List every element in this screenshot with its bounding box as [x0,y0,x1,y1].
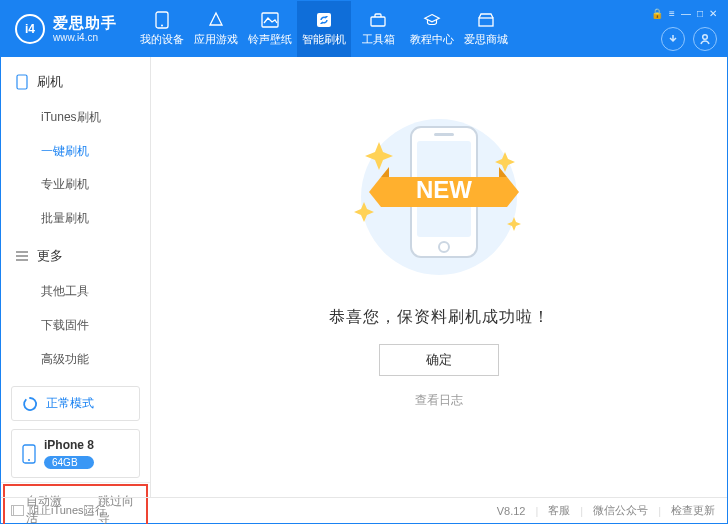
spinner-icon [22,396,38,412]
close-button[interactable]: ✕ [709,8,717,19]
checkbox-label: 阻止iTunes运行 [29,503,106,518]
apps-icon [207,11,225,29]
svg-rect-3 [317,13,331,27]
phone-icon [15,74,29,90]
wallpaper-icon [261,11,279,29]
statusbar: 阻止iTunes运行 V8.12 | 客服 | 微信公众号 | 检查更新 [1,497,727,523]
svg-rect-7 [17,75,27,89]
more-icon [15,251,29,261]
brand-text: 爱思助手 www.i4.cn [53,15,117,43]
nav-label: 铃声壁纸 [248,32,292,47]
main-panel: NEW 恭喜您，保资料刷机成功啦！ 确定 查看日志 [151,57,727,497]
brand-logo: i4 [15,14,45,44]
device-mode-label: 正常模式 [46,395,94,412]
version-label: V8.12 [497,505,526,517]
nav-my-device[interactable]: 我的设备 [135,1,189,57]
status-link-update[interactable]: 检查更新 [671,503,715,518]
svg-point-6 [703,34,708,39]
nav-flash[interactable]: 智能刷机 [297,1,351,57]
sidebar-item-oneclick-flash[interactable]: 一键刷机 [1,135,150,169]
sidebar-item-batch-flash[interactable]: 批量刷机 [1,202,150,236]
checkbox-box [13,505,24,516]
store-icon [477,11,495,29]
lock-icon[interactable]: 🔒 [651,8,663,19]
sidebar-items-flash: iTunes刷机 一键刷机 专业刷机 批量刷机 [1,97,150,241]
svg-rect-5 [479,18,493,26]
view-log-link[interactable]: 查看日志 [415,392,463,409]
success-message: 恭喜您，保资料刷机成功啦！ [329,307,550,328]
nav-label: 我的设备 [140,32,184,47]
nav-toolbox[interactable]: 工具箱 [351,1,405,57]
checkbox-block-itunes[interactable]: 阻止iTunes运行 [13,503,106,518]
nav-label: 爱思商城 [464,32,508,47]
separator: | [658,505,661,517]
svg-rect-4 [371,17,385,26]
brand: i4 爱思助手 www.i4.cn [15,14,117,44]
svg-point-9 [28,459,30,461]
refresh-icon [315,11,333,29]
window-controls: 🔒 ≡ — □ ✕ [651,8,717,19]
sidebar-items-more: 其他工具 下载固件 高级功能 [1,271,150,382]
title-right: 🔒 ≡ — □ ✕ [651,8,717,51]
download-button[interactable] [661,27,685,51]
phone-icon [22,444,36,464]
svg-point-1 [161,25,163,27]
nav-store[interactable]: 爱思商城 [459,1,513,57]
body: 刷机 iTunes刷机 一键刷机 专业刷机 批量刷机 更多 其他工具 下载固件 … [1,57,727,497]
sidebar-item-download-firmware[interactable]: 下载固件 [1,309,150,343]
user-button[interactable] [693,27,717,51]
toolbox-icon [369,11,387,29]
nav-label: 智能刷机 [302,32,346,47]
device-name: iPhone 8 [44,438,94,452]
brand-name: 爱思助手 [53,15,117,32]
main-nav: 我的设备 应用游戏 铃声壁纸 智能刷机 [135,1,513,57]
status-link-wechat[interactable]: 微信公众号 [593,503,648,518]
nav-ringtones[interactable]: 铃声壁纸 [243,1,297,57]
nav-label: 教程中心 [410,32,454,47]
section-title-label: 刷机 [37,73,63,91]
menu-icon[interactable]: ≡ [669,8,675,19]
phone-icon [153,11,171,29]
graduation-icon [423,11,441,29]
device-card[interactable]: iPhone 8 64GB [11,429,140,478]
sidebar-section-flash[interactable]: 刷机 [1,67,150,97]
minimize-button[interactable]: — [681,8,691,19]
section-title-label: 更多 [37,247,63,265]
separator: | [535,505,538,517]
sidebar-item-advanced[interactable]: 高级功能 [1,343,150,377]
device-storage-badge: 64GB [44,456,94,469]
new-banner-text: NEW [416,176,472,203]
brand-url: www.i4.cn [53,32,117,43]
sidebar-item-itunes-flash[interactable]: iTunes刷机 [1,101,150,135]
nav-label: 工具箱 [362,32,395,47]
svg-rect-18 [434,133,454,136]
device-mode[interactable]: 正常模式 [11,386,140,421]
titlebar: i4 爱思助手 www.i4.cn 我的设备 应用游戏 [1,1,727,57]
success-illustration: NEW [309,97,569,287]
nav-label: 应用游戏 [194,32,238,47]
nav-tutorials[interactable]: 教程中心 [405,1,459,57]
sidebar-item-other-tools[interactable]: 其他工具 [1,275,150,309]
separator: | [580,505,583,517]
sidebar: 刷机 iTunes刷机 一键刷机 专业刷机 批量刷机 更多 其他工具 下载固件 … [1,57,151,497]
ok-button[interactable]: 确定 [379,344,499,376]
sidebar-section-more[interactable]: 更多 [1,241,150,271]
maximize-button[interactable]: □ [697,8,703,19]
status-link-support[interactable]: 客服 [548,503,570,518]
nav-apps[interactable]: 应用游戏 [189,1,243,57]
sidebar-item-pro-flash[interactable]: 专业刷机 [1,168,150,202]
